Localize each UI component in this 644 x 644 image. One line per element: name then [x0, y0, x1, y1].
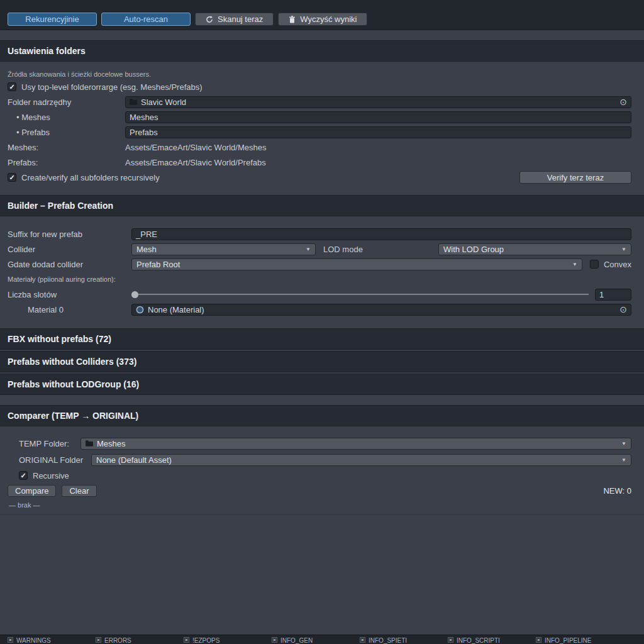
- parent-folder-object-field[interactable]: Slavic World ⊙: [125, 96, 631, 108]
- lod-mode-value: With LOD Group: [443, 245, 504, 254]
- new-count-text: NEW: 0: [603, 486, 631, 496]
- foldout-fbx-without-prefabs[interactable]: FBX without prefabs (72): [0, 328, 644, 350]
- original-folder-dropdown[interactable]: None (Default Asset) ▼: [91, 454, 631, 466]
- materials-note-row: Materiały (ppiional auring creation):: [0, 272, 644, 287]
- object-picker-icon[interactable]: ⊙: [619, 305, 627, 314]
- slots-count-input[interactable]: 1: [595, 289, 631, 301]
- object-picker-icon[interactable]: ⊙: [619, 97, 627, 106]
- temp-folder-row: TEMP Folder: Meshes ▼: [0, 435, 644, 452]
- convex-checkbox[interactable]: [590, 260, 599, 269]
- comparer-recursive-checkbox[interactable]: ✓: [19, 471, 28, 480]
- original-folder-value: None (Default Asset): [96, 455, 172, 465]
- tab-info-spieti[interactable]: ✕ INFO_SPIETI: [360, 635, 448, 644]
- tab-info-gen-label: INFO_GEN: [280, 637, 313, 644]
- clear-results-button[interactable]: Wyczyść wyniki: [278, 13, 367, 26]
- close-icon: ✕: [96, 637, 101, 643]
- meshes-name-input[interactable]: Meshes: [125, 111, 631, 123]
- compare-button[interactable]: Compare: [8, 485, 56, 497]
- parent-folder-value: Slavic World: [141, 97, 186, 107]
- folders-section-header: Ustawienia folders: [0, 40, 644, 62]
- temp-folder-dropdown[interactable]: Meshes ▼: [80, 438, 631, 450]
- toplevel-checkbox[interactable]: ✓: [8, 82, 16, 91]
- slots-count-value: 1: [599, 290, 604, 299]
- collider-value: Mesh: [136, 245, 157, 254]
- prefabs-path-row: Prefabs: Assets/EmaceArt/Slavic World/Pr…: [0, 155, 644, 170]
- tab-info-pipeline-label: INFO_PIPELINE: [545, 637, 591, 644]
- temp-folder-label: TEMP Folder:: [19, 439, 80, 448]
- suffix-input[interactable]: _PRE: [131, 228, 631, 240]
- slider-track: [131, 294, 589, 295]
- builder-section-content: Suffix for new prefab _PRE Collider Mesh…: [0, 216, 644, 317]
- folders-help-text: Źródła skanowania i ścieżki docelowe bus…: [0, 65, 644, 79]
- comparer-section-title: Comparer (TEMP → ORIGINAL): [8, 411, 138, 421]
- tab-info-gen[interactable]: ✕ INFO_GEN: [272, 635, 360, 644]
- slots-row: Liczba slotów 1: [0, 287, 644, 302]
- slider-knob[interactable]: [131, 291, 138, 298]
- lod-mode-dropdown[interactable]: With LOD Group ▼: [438, 243, 631, 255]
- compare-button-label: Compare: [15, 486, 48, 496]
- foldout-prefabs-without-lodgroup[interactable]: Prefabs without LODGroup (16): [0, 374, 644, 395]
- scan-now-button[interactable]: Skanuj teraz: [195, 13, 274, 26]
- comparer-section-header: Comparer (TEMP → ORIGINAL): [0, 405, 644, 426]
- chevron-down-icon: ▼: [572, 262, 577, 267]
- tab-warnings-label: WARNINGS: [16, 637, 51, 644]
- toplevel-checkbox-row: ✓ Usy top-level folderorrarge (esg. Mesh…: [0, 79, 644, 94]
- convex-label: Convex: [604, 260, 631, 269]
- temp-folder-value: Meshes: [97, 439, 126, 448]
- chevron-down-icon: ▼: [306, 247, 311, 252]
- builder-section-title: Builder – Prefab Creation: [8, 201, 113, 211]
- auto-rescan-label: Auto-rescan: [124, 14, 168, 24]
- collider-row: Collider Mesh ▼ LOD mode With LOD Group …: [0, 242, 644, 257]
- materials-note-label: Materiały (ppiional auring creation):: [8, 275, 116, 283]
- close-icon: ✕: [448, 637, 453, 643]
- collider-target-value: Prefab Root: [136, 260, 180, 269]
- slots-slider[interactable]: [131, 289, 589, 301]
- tab-iezpops[interactable]: ✕ !EZPOPS: [184, 635, 272, 644]
- prefabs-name-input[interactable]: Prefabs: [125, 126, 631, 138]
- suffix-value: _PRE: [136, 230, 157, 239]
- close-icon: ✕: [184, 637, 189, 643]
- collider-dropdown[interactable]: Mesh ▼: [131, 243, 316, 255]
- original-folder-label: ORIGINAL Folder: [19, 455, 91, 465]
- section-divider: [0, 514, 644, 514]
- folder-icon: [130, 99, 137, 105]
- foldout-lodgroup-title: Prefabs without LODGroup (16): [8, 379, 139, 389]
- verify-now-button[interactable]: Verify terz teraz: [519, 171, 631, 184]
- recursive-toggle-button[interactable]: Rekurencyjinie: [8, 13, 97, 26]
- trash-icon: [289, 16, 296, 23]
- suffix-label: Suffix for new prefab: [8, 230, 131, 239]
- bottom-log-tabbar: ✕ WARNINGS ✕ ERRORS ✕ !EZPOPS ✕ INFO_GEN…: [0, 635, 644, 644]
- clear-button[interactable]: Clear: [62, 485, 96, 497]
- recursive-subfolders-checkbox[interactable]: ✓: [8, 173, 16, 182]
- comparer-recursive-row: ✓ Recursive: [0, 468, 644, 483]
- material0-row: Material 0 None (Material) ⊙: [0, 302, 644, 317]
- tab-info-pipeline[interactable]: ✕ INFO_PIPELINE: [536, 635, 624, 644]
- collider-target-row: Gdate dodad collider Prefab Root ▼ Conve…: [0, 257, 644, 272]
- material0-object-field[interactable]: None (Material) ⊙: [131, 304, 631, 316]
- folders-section-title: Ustawienia folders: [8, 46, 86, 56]
- tab-errors[interactable]: ✕ ERRORS: [96, 635, 184, 644]
- tab-errors-label: ERRORS: [104, 637, 131, 644]
- recursive-toggle-label: Rekurencyjinie: [25, 14, 79, 24]
- material-sphere-icon: [136, 306, 144, 314]
- prefabs-name-label: • Prefabs: [8, 128, 125, 137]
- meshes-path-row: Meshes: Assets/EmaceArt/Slavic World/Mes…: [0, 140, 644, 155]
- verify-row: ✓ Create/verify all subfolders recursive…: [0, 170, 644, 185]
- close-icon: ✕: [272, 637, 277, 643]
- prefabs-path-label: Prefabs:: [8, 158, 125, 167]
- chevron-down-icon: ▼: [621, 441, 626, 447]
- scan-now-label: Skanuj teraz: [218, 14, 263, 24]
- slots-label: Liczba slotów: [8, 290, 131, 299]
- tab-warnings[interactable]: ✕ WARNINGS: [8, 635, 96, 644]
- clear-results-label: Wyczyść wyniki: [300, 14, 357, 24]
- collider-target-dropdown[interactable]: Prefab Root ▼: [131, 258, 582, 270]
- meshes-name-label: • Meshes: [8, 113, 125, 122]
- foldout-colliders-title: Prefabs without Colliders (373): [8, 357, 136, 367]
- builder-section-header: Builder – Prefab Creation: [0, 195, 644, 216]
- lod-mode-label: LOD mode: [323, 245, 438, 254]
- auto-rescan-toggle-button[interactable]: Auto-rescan: [101, 13, 191, 26]
- tab-info-scripti[interactable]: ✕ INFO_SCRIPTI: [448, 635, 536, 644]
- original-folder-row: ORIGINAL Folder None (Default Asset) ▼: [0, 452, 644, 468]
- foldout-prefabs-without-colliders[interactable]: Prefabs without Colliders (373): [0, 351, 644, 372]
- prefabs-name-value: Prefabs: [130, 128, 158, 137]
